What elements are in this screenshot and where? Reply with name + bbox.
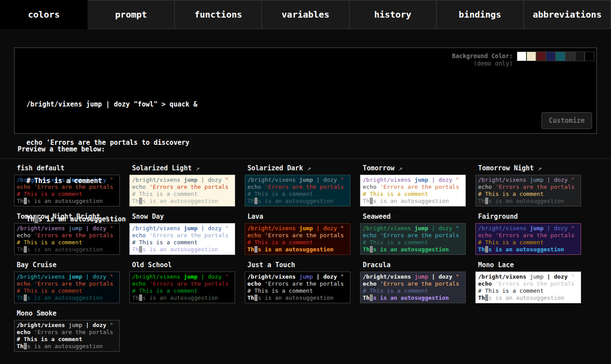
theme-card-dracula[interactable]: Dracula/bright/vixens jump | dozy "echo … [360, 261, 475, 303]
sample-line-autosuggestion: This is an autosuggestion [478, 294, 578, 301]
sample-line-command: /bright/vixens jump | dozy " [478, 176, 578, 184]
background-color-swatch-3[interactable] [546, 51, 556, 61]
sample-line-autosuggestion: This is an autosuggestion [247, 246, 348, 253]
theme-card-solarized-dark[interactable]: Solarized Dark ↗/bright/vixens jump | do… [245, 164, 360, 206]
sample-line-quote: echo 'Errors are the portals [478, 280, 578, 287]
theme-card-just-a-touch[interactable]: Just a Touch/bright/vixens jump | dozy "… [245, 261, 360, 303]
customize-button[interactable]: Customize [541, 112, 592, 129]
sample-line-comment: # This is a comment [247, 239, 348, 246]
sample-line-autosuggestion: This is an autosuggestion [247, 198, 348, 205]
sample-line-autosuggestion: This is an autosuggestion [478, 246, 578, 253]
sample-line-autosuggestion: This is an autosuggestion [478, 198, 578, 205]
tab-abbreviations[interactable]: abbreviations [524, 0, 611, 29]
sample-line-comment: # This is a comment [363, 191, 463, 198]
sample-line-command: /bright/vixens jump | dozy " [363, 273, 463, 280]
sample-line-comment: # This is a comment [478, 239, 578, 246]
background-color-swatch-5[interactable] [565, 51, 575, 61]
theme-title: Tomorrow Night ↗ [478, 164, 591, 172]
theme-card-tomorrow[interactable]: Tomorrow ↗/bright/vixens jump | dozy "ec… [360, 164, 475, 206]
external-link-icon: ↗ [534, 164, 541, 172]
theme-preview-box: /bright/vixens jump | dozy "echo 'Errors… [245, 175, 350, 206]
autosuggestion-typed-text: Th [26, 215, 34, 223]
theme-card-bay-cruise[interactable]: Bay Cruise/bright/vixens jump | dozy "ec… [14, 261, 129, 303]
background-color-swatch-6[interactable] [575, 51, 585, 61]
theme-card-seaweed[interactable]: Seaweed/bright/vixens jump | dozy "echo … [360, 213, 475, 255]
sample-line-command: /bright/vixens jump | dozy " [17, 322, 117, 329]
theme-title: Just a Touch [247, 261, 360, 269]
theme-card-old-school[interactable]: Old School/bright/vixens jump | dozy "ec… [129, 261, 245, 303]
theme-title: Dracula [363, 261, 475, 269]
sample-line-quote: echo 'Errors are the portals [478, 184, 578, 191]
background-color-label: Background Color:(demo only) [452, 51, 513, 67]
sample-line-quote: echo 'Errors are the portals [132, 280, 232, 287]
theme-title: Mono Smoke [17, 309, 129, 317]
terminal-line-3: # This is a comment [26, 175, 197, 188]
sample-line-autosuggestion: This is an autosuggestion [17, 294, 117, 301]
sample-line-quote: echo 'Errors are the portals [363, 184, 463, 191]
external-link-icon: ↗ [394, 164, 402, 172]
theme-card-tomorrow-night[interactable]: Tomorrow Night ↗/bright/vixens jump | do… [475, 164, 591, 206]
sample-line-quote: echo 'Errors are the portals [247, 280, 348, 287]
theme-preview-box: /bright/vixens jump | dozy "echo 'Errors… [245, 272, 350, 303]
theme-title: Fairground [478, 213, 591, 221]
terminal-line-1: /bright/vixens jump | dozy "fowl" > quac… [26, 98, 197, 111]
sample-line-quote: echo 'Errors are the portals [363, 280, 463, 287]
tab-history[interactable]: history [350, 0, 437, 29]
theme-preview-box: /bright/vixens jump | dozy "echo 'Errors… [475, 175, 581, 206]
theme-title: Mono Lace [478, 261, 591, 269]
sample-line-autosuggestion: This is an autosuggestion [17, 343, 117, 350]
demo-only-label: (demo only) [474, 60, 513, 67]
terminal-preview: /bright/vixens jump | dozy "fowl" > quac… [26, 73, 197, 251]
tab-bindings[interactable]: bindings [437, 0, 524, 29]
sample-line-quote: echo 'Errors are the portals [478, 232, 578, 239]
terminal-line-4: This is an autosuggestion [26, 213, 197, 226]
theme-card-mono-smoke[interactable]: Mono Smoke/bright/vixens jump | dozy "ec… [14, 309, 129, 352]
tab-bar: colorspromptfunctionsvariableshistorybin… [0, 0, 611, 29]
sample-line-comment: # This is a comment [478, 191, 578, 198]
background-color-swatch-4[interactable] [556, 51, 565, 61]
sample-line-command: /bright/vixens jump | dozy " [478, 225, 578, 232]
theme-preview-box: /bright/vixens jump | dozy "echo 'Errors… [360, 272, 466, 303]
theme-preview-box: /bright/vixens jump | dozy "echo 'Errors… [360, 223, 466, 255]
sample-line-command: /bright/vixens jump | dozy " [247, 176, 348, 184]
sample-line-command: /bright/vixens jump | dozy " [17, 273, 117, 280]
sample-line-autosuggestion: This is an autosuggestion [363, 198, 463, 205]
external-link-icon: ↗ [303, 164, 311, 172]
background-color-swatch-1[interactable] [526, 51, 536, 61]
theme-preview-box: /bright/vixens jump | dozy "echo 'Errors… [245, 223, 350, 255]
sample-line-quote: echo 'Errors are the portals [17, 329, 117, 336]
sample-line-comment: # This is a comment [17, 336, 117, 343]
theme-card-mono-lace[interactable]: Mono Lace/bright/vixens jump | dozy "ech… [475, 261, 591, 303]
sample-line-autosuggestion: This is an autosuggestion [247, 294, 348, 301]
theme-card-lava[interactable]: Lava/bright/vixens jump | dozy "echo 'Er… [245, 213, 360, 255]
sample-line-autosuggestion: This is an autosuggestion [132, 294, 232, 301]
background-color-swatch-2[interactable] [536, 51, 546, 61]
sample-line-quote: echo 'Errors are the portals [247, 232, 348, 239]
tab-variables[interactable]: variables [262, 0, 349, 29]
theme-preview-box: /bright/vixens jump | dozy "echo 'Errors… [14, 320, 120, 352]
sample-line-command: /bright/vixens jump | dozy " [247, 225, 348, 232]
background-color-label-line1: Background Color: [452, 52, 513, 59]
autosuggestion-text: s is an autosuggestion [38, 215, 126, 223]
background-color-swatch-7[interactable] [585, 51, 594, 61]
sample-line-command: /bright/vixens jump | dozy " [363, 176, 463, 184]
terminal-cursor: i [34, 215, 38, 223]
swatch-row [517, 51, 594, 67]
background-color-swatch-0[interactable] [517, 51, 526, 61]
tab-functions[interactable]: functions [175, 0, 262, 29]
background-color-picker: Background Color:(demo only) [452, 51, 594, 67]
sample-line-command: /bright/vixens jump | dozy " [132, 273, 232, 280]
sample-line-comment: # This is a comment [363, 287, 463, 294]
theme-preview-box: /bright/vixens jump | dozy "echo 'Errors… [129, 272, 235, 303]
sample-line-comment: # This is a comment [478, 287, 578, 294]
sample-line-comment: # This is a comment [17, 287, 117, 294]
tab-prompt[interactable]: prompt [88, 0, 175, 29]
tab-colors[interactable]: colors [0, 0, 88, 29]
sample-line-comment: # This is a comment [363, 239, 463, 246]
theme-title: Seaweed [363, 213, 475, 221]
theme-title: Old School [132, 261, 245, 269]
theme-card-fairground[interactable]: Fairground/bright/vixens jump | dozy "ec… [475, 213, 591, 255]
sample-line-command: /bright/vixens jump | dozy " [247, 273, 348, 280]
theme-preview-box: /bright/vixens jump | dozy "echo 'Errors… [475, 272, 581, 303]
sample-line-autosuggestion: This is an autosuggestion [363, 246, 463, 253]
